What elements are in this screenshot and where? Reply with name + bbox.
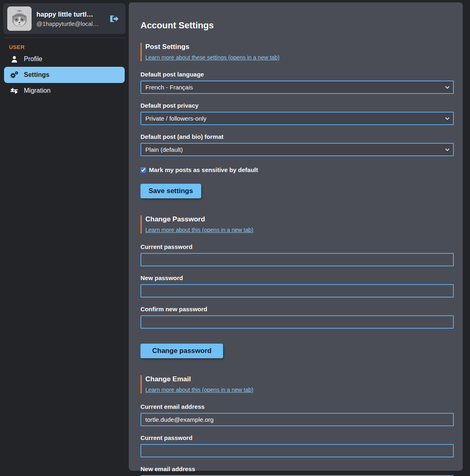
page-title: Account Settings <box>140 20 454 31</box>
field-label: New password <box>140 274 454 281</box>
sidebar-item-settings[interactable]: Settings <box>4 67 125 83</box>
sidebar-item-label: Settings <box>24 71 49 79</box>
section-heading: Change Email <box>145 375 454 383</box>
sidebar-item-profile[interactable]: Profile <box>4 52 125 66</box>
user-texts: happy little turtl… @1happyturtle@local… <box>36 11 104 27</box>
new-email-field: New email address <box>140 465 454 476</box>
sidebar: happy little turtl… @1happyturtle@local…… <box>0 0 129 476</box>
user-card: happy little turtl… @1happyturtle@local… <box>3 3 125 34</box>
post-settings-header: Post Settings Learn more about these set… <box>140 43 454 61</box>
current-email-input[interactable] <box>140 413 454 426</box>
field-label: Default post (and bio) format <box>140 133 454 140</box>
sign-out-icon <box>109 15 119 23</box>
default-post-privacy-field: Default post privacy Private / followers… <box>140 102 454 125</box>
change-email-learn-more-link[interactable]: Learn more about this (opens in a new ta… <box>145 387 253 393</box>
sidebar-divider <box>4 38 125 38</box>
field-label: Current password <box>140 434 454 441</box>
sidebar-item-label: Profile <box>24 55 42 63</box>
change-password-button[interactable]: Change password <box>140 344 223 358</box>
sidebar-item-label: Migration <box>24 87 51 94</box>
email-current-password-input[interactable] <box>140 444 454 457</box>
nav-section-label: USER <box>9 44 125 50</box>
current-password-field: Current password <box>140 243 454 266</box>
transfer-arrows-icon <box>10 88 19 94</box>
change-password-section: Change Password Learn more about this (o… <box>140 215 454 358</box>
post-settings-section: Post Settings Learn more about these set… <box>140 43 454 198</box>
new-password-input[interactable] <box>140 284 454 298</box>
field-label: Default post language <box>140 71 454 78</box>
default-post-format-field: Default post (and bio) format Plain (def… <box>140 133 454 156</box>
user-handle: @1happyturtle@local… <box>36 21 104 27</box>
current-email-field: Current email address <box>140 403 454 426</box>
post-settings-learn-more-link[interactable]: Learn more about these settings (opens i… <box>145 54 280 61</box>
email-current-password-field: Current password <box>140 434 454 457</box>
default-post-privacy-select[interactable]: Private / followers-only <box>140 112 454 125</box>
current-password-input[interactable] <box>140 253 454 266</box>
field-label: Confirm new password <box>140 306 454 312</box>
default-post-language-select[interactable]: French - Français <box>140 81 454 94</box>
sloth-avatar-icon <box>7 6 32 31</box>
gears-icon <box>10 71 19 79</box>
user-display-name: happy little turtl… <box>36 11 104 18</box>
change-email-header: Change Email Learn more about this (open… <box>140 375 454 393</box>
confirm-new-password-field: Confirm new password <box>140 306 454 329</box>
field-label: New email address <box>140 465 454 472</box>
field-label: Current password <box>140 243 454 250</box>
account-settings-panel: Account Settings Post Settings Learn mor… <box>129 2 463 471</box>
logout-button[interactable] <box>109 13 121 25</box>
user-icon <box>10 56 19 63</box>
avatar <box>7 6 32 31</box>
confirm-new-password-input[interactable] <box>140 315 454 329</box>
save-settings-button[interactable]: Save settings <box>140 184 201 198</box>
change-password-learn-more-link[interactable]: Learn more about this (opens in a new ta… <box>145 227 253 233</box>
sensitive-default-checkbox[interactable] <box>140 167 146 173</box>
section-heading: Change Password <box>145 215 454 223</box>
change-password-header: Change Password Learn more about this (o… <box>140 215 454 234</box>
field-label: Default post privacy <box>140 102 454 109</box>
default-post-language-field: Default post language French - Français <box>140 71 454 94</box>
field-label: Current email address <box>140 403 454 410</box>
sidebar-item-migration[interactable]: Migration <box>4 83 125 98</box>
change-email-section: Change Email Learn more about this (open… <box>140 375 454 476</box>
section-heading: Post Settings <box>145 43 454 51</box>
new-password-field: New password <box>140 274 454 298</box>
default-post-format-select[interactable]: Plain (default) <box>140 143 454 156</box>
sensitive-default-label: Mark my posts as sensitive by default <box>149 166 258 173</box>
sensitive-default-row: Mark my posts as sensitive by default <box>140 166 454 173</box>
